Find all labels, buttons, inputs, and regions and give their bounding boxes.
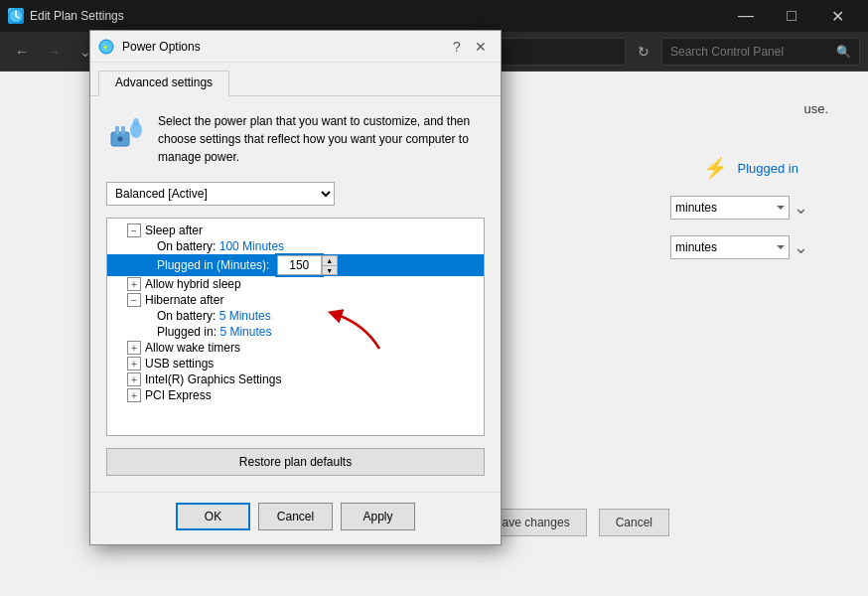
tree-item-hibernate-plugged[interactable]: Plugged in: 5 Minutes (107, 324, 484, 340)
dialog-footer: OK Cancel Apply (90, 492, 501, 544)
expand-pci-express[interactable]: + (127, 388, 141, 402)
bg-dropdown-1[interactable]: minutes (670, 196, 790, 220)
power-options-dialog: Power Options ? ✕ Advanced settings (89, 30, 502, 545)
spinner-arrows[interactable]: ▲ ▼ (322, 255, 338, 275)
search-input[interactable] (670, 45, 830, 59)
plan-select-row: Balanced [Active] Power saver High perfo… (106, 182, 485, 206)
minimize-button[interactable]: — (723, 0, 769, 32)
search-box[interactable]: 🔍 (661, 38, 860, 66)
plan-select-dropdown[interactable]: Balanced [Active] Power saver High perfo… (106, 182, 335, 206)
dialog-help-button[interactable]: ? (445, 35, 469, 59)
apply-button[interactable]: Apply (341, 503, 415, 530)
expand-usb-settings[interactable]: + (127, 357, 141, 371)
plugged-in-spinner[interactable]: ▲ ▼ (277, 255, 338, 275)
plugged-in-label: Plugged in (738, 161, 798, 176)
tree-item-usb-settings[interactable]: + USB settings (107, 356, 484, 372)
power-icon-image (106, 112, 146, 152)
dialog-title-text: Power Options (122, 40, 445, 54)
close-window-button[interactable]: ✕ (814, 0, 860, 32)
back-button[interactable]: ← (8, 38, 36, 66)
spinner-up-button[interactable]: ▲ (322, 255, 338, 265)
svg-point-8 (118, 137, 123, 142)
info-description: Select the power plan that you want to c… (158, 112, 485, 166)
forward-button[interactable]: → (40, 38, 68, 66)
expand-hybrid-sleep[interactable]: + (127, 277, 141, 291)
tree-item-sleep-plugged[interactable]: Plugged in (Minutes): ▲ ▼ (107, 254, 484, 276)
tree-item-intel-graphics[interactable]: + Intel(R) Graphics Settings (107, 372, 484, 387)
cancel-main-button[interactable]: Cancel (599, 509, 669, 536)
tree-item-sleep-battery[interactable]: On battery: 100 Minutes (107, 238, 484, 254)
dialog-tabs: Advanced settings (90, 63, 501, 96)
app-icon (8, 8, 24, 24)
dialog-close-button[interactable]: ✕ (469, 35, 493, 59)
tab-advanced-settings[interactable]: Advanced settings (98, 71, 229, 96)
bg-dropdown-2[interactable]: minutes (670, 235, 790, 259)
tree-item-wake-timers[interactable]: + Allow wake timers (107, 340, 484, 356)
info-section: Select the power plan that you want to c… (106, 112, 485, 166)
tree-item-hibernate-battery[interactable]: On battery: 5 Minutes (107, 308, 484, 324)
window-title: Edit Plan Settings (30, 9, 723, 23)
ok-button[interactable]: OK (176, 503, 250, 530)
expand-wake-timers[interactable]: + (127, 341, 141, 355)
tree-view[interactable]: − Sleep after On battery: 100 Minutes Pl… (106, 218, 485, 436)
window-controls: — □ ✕ (723, 0, 860, 32)
dialog-body: Select the power plan that you want to c… (90, 96, 501, 492)
title-bar: Edit Plan Settings — □ ✕ (0, 0, 868, 32)
tree-item-hybrid-sleep[interactable]: + Allow hybrid sleep (107, 276, 484, 292)
plug-icon: ⚡ (703, 156, 728, 180)
expand-sleep-after[interactable]: − (127, 224, 141, 237)
svg-rect-7 (121, 126, 125, 134)
spinner-value-input[interactable] (277, 255, 322, 275)
tree-item-sleep-after[interactable]: − Sleep after (107, 223, 484, 238)
expand-intel-graphics[interactable]: + (127, 372, 141, 386)
dialog-titlebar: Power Options ? ✕ (90, 31, 501, 63)
cancel-dialog-button[interactable]: Cancel (258, 503, 333, 530)
expand-hibernate-after[interactable]: − (127, 293, 141, 307)
tree-item-hibernate-after[interactable]: − Hibernate after (107, 292, 484, 308)
tree-item-pci-express[interactable]: + PCI Express (107, 387, 484, 403)
search-icon: 🔍 (836, 45, 851, 59)
svg-point-10 (133, 118, 139, 126)
bg-use-text: use. (803, 101, 828, 116)
svg-rect-6 (115, 126, 119, 134)
dialog-title-icon (98, 39, 114, 55)
maximize-button[interactable]: □ (769, 0, 814, 32)
refresh-button[interactable]: ↻ (630, 38, 657, 66)
restore-defaults-button[interactable]: Restore plan defaults (106, 448, 485, 476)
spinner-down-button[interactable]: ▼ (322, 265, 338, 275)
